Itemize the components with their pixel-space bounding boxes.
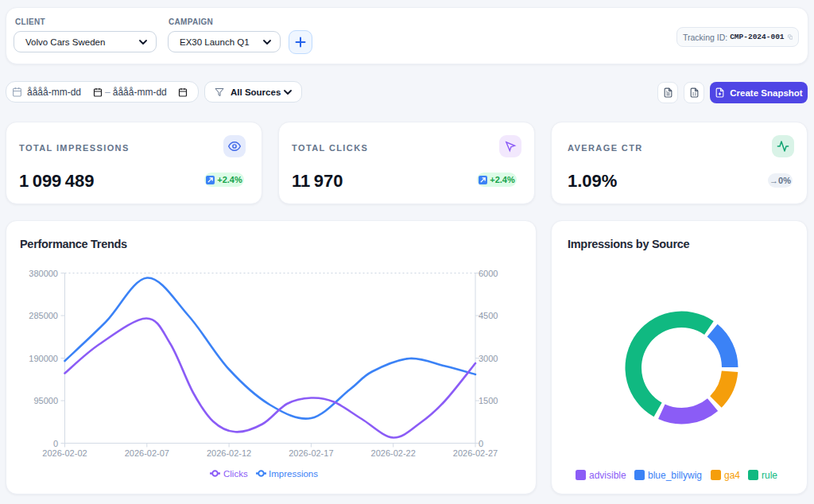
svg-text:285000: 285000 [29,311,58,320]
svg-text:Clicks: Clicks [223,469,248,479]
svg-text:0: 0 [53,439,58,448]
svg-text:2026-02-07: 2026-02-07 [125,448,169,458]
svg-text:6000: 6000 [479,269,498,278]
svg-text:rule: rule [762,470,777,481]
svg-text:advisible: advisible [589,470,626,481]
svg-text:3000: 3000 [479,354,498,363]
svg-text:blue_billywig: blue_billywig [648,470,702,481]
svg-text:190000: 190000 [29,354,58,363]
svg-text:4500: 4500 [479,311,498,320]
svg-text:2026-02-22: 2026-02-22 [371,448,416,458]
svg-text:0: 0 [479,439,483,448]
svg-text:2026-02-17: 2026-02-17 [289,448,333,458]
svg-text:380000: 380000 [29,269,58,278]
svg-text:2026-02-12: 2026-02-12 [207,448,251,458]
svg-text:Impressions: Impressions [269,469,318,479]
svg-text:2026-02-27: 2026-02-27 [453,448,498,458]
svg-text:1500: 1500 [479,396,498,405]
svg-text:ga4: ga4 [724,470,740,481]
svg-text:2026-02-02: 2026-02-02 [42,448,87,458]
svg-text:95000: 95000 [33,396,58,405]
